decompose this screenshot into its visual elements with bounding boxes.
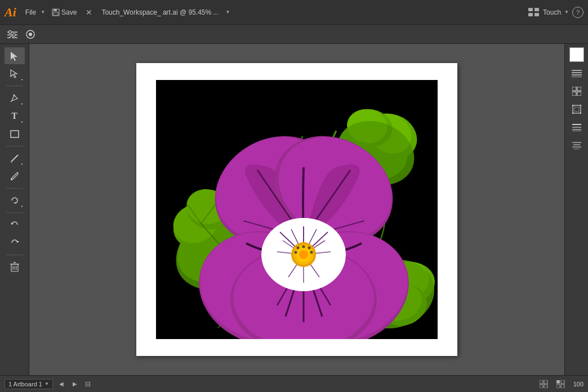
arrow-tool-icon: [10, 51, 20, 61]
grid-view-button[interactable]: [540, 380, 549, 388]
pencil-icon: [10, 153, 20, 163]
rectangle-tool[interactable]: [5, 126, 25, 142]
delete-button[interactable]: [5, 259, 25, 275]
undo-icon: [10, 220, 20, 230]
rotate-tool[interactable]: ▸: [5, 192, 25, 209]
svg-point-100: [572, 105, 574, 106]
type-icon: T: [11, 111, 17, 121]
svg-point-87: [308, 247, 311, 250]
artboard-prev-button[interactable]: ◀: [56, 379, 66, 389]
help-button[interactable]: ?: [572, 7, 583, 18]
svg-rect-95: [577, 87, 581, 91]
svg-point-8: [10, 36, 13, 38]
save-label: Save: [61, 8, 77, 16]
rotate-icon: [10, 195, 20, 206]
stroke-icon: [572, 123, 581, 131]
svg-point-18: [11, 179, 12, 180]
direct-selection-tool[interactable]: ▸: [5, 65, 25, 82]
svg-rect-2: [54, 12, 58, 15]
svg-rect-99: [574, 107, 579, 112]
svg-rect-96: [572, 92, 576, 96]
workspace-selector[interactable]: Touch ▼: [528, 8, 569, 17]
trash-icon: [10, 262, 19, 272]
secondary-toolbar: [0, 25, 588, 44]
svg-point-7: [13, 33, 16, 36]
save-icon: [52, 8, 60, 16]
svg-marker-12: [11, 70, 17, 78]
color-swatch[interactable]: [569, 47, 584, 62]
tab-dropdown-arrow[interactable]: ▼: [226, 10, 230, 15]
main-area: ▸ ▸ T ▸ ▸: [0, 44, 588, 375]
artwork-canvas: [156, 80, 438, 339]
transform-icon: [572, 105, 581, 114]
transform-panel-button[interactable]: [568, 101, 586, 117]
svg-rect-98: [573, 105, 581, 113]
canvas-area[interactable]: [29, 44, 564, 375]
svg-line-14: [11, 101, 12, 102]
svg-marker-11: [11, 52, 17, 61]
svg-rect-1: [54, 9, 57, 11]
tab-title: Touch_Workspace_ art.ai @ 95.45% ...: [98, 6, 222, 19]
zoom-level[interactable]: 100: [573, 381, 583, 387]
svg-rect-116: [556, 380, 560, 384]
align-panel-button[interactable]: [568, 137, 586, 153]
svg-point-103: [580, 113, 581, 114]
file-menu-arrow: ▼: [41, 10, 45, 15]
svg-rect-97: [577, 92, 581, 96]
type-tool[interactable]: T ▸: [5, 108, 25, 124]
svg-rect-15: [11, 131, 19, 137]
app-logo: Ai: [5, 5, 16, 20]
align-icon: [572, 141, 581, 149]
brush-icon: [10, 171, 20, 181]
layers-panel-button[interactable]: [568, 65, 586, 81]
artboard-selector[interactable]: 1 Artboard 1 ▼: [5, 379, 53, 389]
redo-icon: [10, 238, 20, 248]
appearance-button[interactable]: [23, 27, 38, 42]
selection-tool[interactable]: [5, 47, 25, 64]
artboard-next-button[interactable]: ▶: [70, 379, 80, 389]
undo-button[interactable]: [5, 216, 25, 233]
view-options-button[interactable]: [552, 376, 570, 392]
artboard-name: 1 Artboard 1: [8, 381, 42, 387]
svg-point-84: [299, 250, 308, 259]
left-toolbar: ▸ ▸ T ▸ ▸: [0, 44, 29, 375]
stroke-panel-button[interactable]: [568, 119, 586, 135]
svg-rect-112: [540, 380, 543, 384]
pen-icon: [10, 93, 20, 103]
pen-tool[interactable]: ▸: [5, 90, 25, 106]
svg-point-10: [29, 33, 32, 36]
pencil-tool[interactable]: ▸: [5, 150, 25, 167]
workspace-dropdown-arrow[interactable]: ▼: [564, 10, 569, 15]
svg-rect-115: [544, 385, 547, 388]
file-menu-label[interactable]: File: [22, 6, 39, 19]
pattern-icon: [572, 87, 581, 96]
close-tab-button[interactable]: ✕: [83, 8, 95, 17]
svg-point-6: [9, 30, 12, 33]
view-icon: [556, 380, 565, 388]
pattern-panel-button[interactable]: [568, 83, 586, 99]
artboard-page-button[interactable]: ⊟: [83, 380, 92, 389]
grid-icon: [540, 380, 549, 388]
svg-point-88: [295, 251, 297, 254]
svg-rect-119: [561, 385, 564, 388]
toolbar-options-button[interactable]: [5, 27, 20, 42]
top-menu-bar: Ai File ▼ Save ✕ Touch_Workspace_ art.ai…: [0, 0, 588, 25]
svg-rect-117: [561, 380, 564, 384]
svg-point-89: [310, 251, 313, 254]
svg-point-86: [302, 246, 305, 248]
svg-point-102: [572, 113, 574, 114]
rectangle-icon: [10, 130, 19, 138]
save-button[interactable]: Save: [48, 6, 80, 19]
redo-button[interactable]: [5, 234, 25, 251]
artboard: [136, 63, 457, 356]
file-menu[interactable]: File ▼: [22, 6, 45, 19]
svg-line-16: [11, 155, 18, 162]
workspace-icon: [528, 8, 540, 17]
sliders-icon: [7, 30, 17, 38]
svg-point-85: [297, 247, 300, 250]
direct-arrow-icon: [10, 69, 20, 79]
right-panel: [564, 44, 588, 375]
blob-brush-tool[interactable]: [5, 168, 25, 185]
artboard-dropdown-arrow[interactable]: ▼: [44, 381, 49, 386]
layers-icon: [572, 69, 582, 77]
